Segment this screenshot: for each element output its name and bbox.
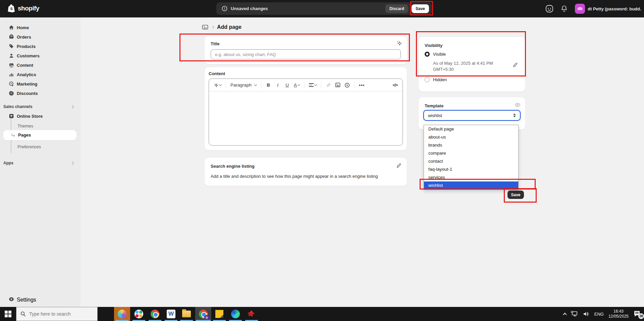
- text-color-button[interactable]: A: [292, 81, 301, 90]
- sidebar-item-products[interactable]: Products: [0, 42, 80, 51]
- insert-link-button[interactable]: [324, 81, 332, 90]
- insert-image-button[interactable]: [334, 81, 342, 90]
- bold-button[interactable]: B: [264, 81, 272, 90]
- sidebar-item-customers[interactable]: Customers: [0, 51, 80, 60]
- unsaved-changes-banner: Unsaved changes Discard Save: [216, 2, 432, 15]
- sidebar-item-marketing[interactable]: Marketing: [0, 79, 80, 89]
- tray-expand-icon[interactable]: [563, 313, 567, 316]
- taskbar-chrome-profile-d-icon[interactable]: D: [195, 307, 211, 321]
- orders-icon: [9, 34, 14, 40]
- radio-unselected-icon[interactable]: [425, 77, 430, 82]
- ai-sparkle-menu-button[interactable]: [212, 81, 223, 90]
- taskbar-edge-icon[interactable]: [227, 307, 244, 321]
- template-dropdown-list: Default page about-us brands compare con…: [424, 125, 519, 190]
- chevron-right-icon: [71, 161, 74, 165]
- ai-sparkle-icon[interactable]: [396, 40, 402, 46]
- alignment-button[interactable]: [308, 81, 318, 90]
- visible-radio-row[interactable]: Visible: [425, 52, 446, 57]
- toolbar-divider: [226, 82, 226, 89]
- dropdown-option-about-us[interactable]: about-us: [424, 133, 518, 141]
- template-title: Template: [425, 103, 443, 108]
- sidebar-item-themes[interactable]: Themes: [0, 121, 80, 130]
- sidebar-item-online-store[interactable]: Online Store: [0, 111, 80, 121]
- discounts-icon: [9, 91, 14, 96]
- sidebar-section-apps[interactable]: Apps: [0, 159, 80, 167]
- taskbar-slack-icon[interactable]: [131, 307, 147, 321]
- toolbar-divider: [354, 82, 355, 89]
- notification-center-icon[interactable]: 38: [633, 310, 642, 318]
- toolbar-divider: [261, 82, 261, 89]
- insert-video-button[interactable]: [343, 81, 351, 90]
- edit-pencil-icon[interactable]: [396, 163, 401, 168]
- taskbar-red-app-icon[interactable]: [244, 307, 260, 321]
- notification-count-badge: 38: [638, 313, 644, 319]
- topbar: S shopify Unsaved changes Discard Save: [0, 0, 644, 17]
- shopify-logo[interactable]: S shopify: [7, 4, 39, 13]
- sidebar-item-preferences[interactable]: Preferences: [0, 142, 80, 151]
- template-selected-value: wishlist: [428, 113, 442, 118]
- home-icon: [9, 25, 14, 30]
- taskbar-copilot-icon[interactable]: [114, 307, 130, 321]
- chevron-down-icon: [219, 83, 222, 86]
- sidebar-item-settings[interactable]: Settings: [0, 295, 80, 305]
- editor-body[interactable]: [209, 92, 402, 145]
- sidebar-item-home[interactable]: Home: [0, 23, 80, 32]
- discard-button[interactable]: Discard: [385, 4, 408, 13]
- dropdown-option-contact[interactable]: contact: [424, 157, 518, 165]
- taskbar-search[interactable]: [16, 307, 98, 321]
- user-menu[interactable]: db dt Petty (password: budd...: [575, 4, 641, 14]
- clock[interactable]: 16:43 12/05/2025: [608, 309, 629, 319]
- title-input[interactable]: [211, 49, 401, 59]
- code-view-button[interactable]: </>: [391, 81, 399, 90]
- windows-start-button[interactable]: [5, 311, 11, 317]
- save-button-panel[interactable]: Save: [507, 191, 524, 199]
- sidebar-section-sales-channels[interactable]: Sales channels: [0, 103, 80, 111]
- toolbar-divider: [304, 82, 305, 89]
- radio-selected-icon[interactable]: [425, 52, 430, 57]
- marketing-icon: [9, 81, 14, 87]
- sidebar-item-discounts[interactable]: Discounts: [0, 89, 80, 98]
- unsaved-changes-text: Unsaved changes: [231, 6, 268, 11]
- dropdown-option-compare[interactable]: compare: [424, 149, 518, 157]
- hidden-radio-row[interactable]: Hidden: [425, 77, 447, 82]
- preview-eye-icon[interactable]: [515, 103, 521, 107]
- save-button-top[interactable]: Save: [412, 4, 429, 13]
- seo-title: Search engine listing: [211, 164, 255, 169]
- taskbar-chrome-icon[interactable]: [147, 307, 163, 321]
- taskbar-search-input[interactable]: [29, 311, 90, 317]
- sidebar-item-orders[interactable]: Orders: [0, 32, 80, 42]
- content-icon: [9, 62, 14, 68]
- italic-button[interactable]: I: [274, 81, 282, 90]
- sidekick-icon[interactable]: [545, 5, 553, 13]
- alert-icon: [222, 6, 227, 11]
- network-icon[interactable]: [571, 311, 578, 317]
- volume-icon[interactable]: [583, 311, 590, 317]
- taskbar-sticky-notes-icon[interactable]: [211, 307, 227, 321]
- system-tray: ENG 16:43 12/05/2025 38: [564, 307, 644, 321]
- template-select[interactable]: wishlist: [423, 110, 521, 121]
- underline-button[interactable]: U: [283, 81, 291, 90]
- sidebar-item-pages-selected[interactable]: Pages: [3, 130, 76, 140]
- edit-pencil-icon[interactable]: [513, 62, 518, 68]
- more-options-button[interactable]: •••: [358, 81, 366, 90]
- paragraph-style-dropdown[interactable]: Paragraph: [229, 81, 258, 90]
- pages-breadcrumb-icon[interactable]: [202, 24, 208, 30]
- sidebar-item-analytics[interactable]: Analytics: [0, 70, 80, 79]
- dropdown-option-faq-layout-1[interactable]: faq-layout-1: [424, 165, 518, 173]
- language-indicator[interactable]: ENG: [594, 312, 604, 317]
- dropdown-option-services[interactable]: services: [424, 173, 518, 181]
- notifications-bell-icon[interactable]: [561, 5, 568, 12]
- content-label: Content: [209, 71, 225, 76]
- dropdown-option-default-page[interactable]: Default page: [424, 125, 518, 133]
- toolbar-divider: [321, 82, 321, 89]
- dropdown-option-brands[interactable]: brands: [424, 141, 518, 149]
- taskbar-file-explorer-icon[interactable]: [178, 307, 195, 321]
- taskbar-word-icon[interactable]: W: [163, 307, 179, 321]
- sidebar-item-content[interactable]: Content: [0, 60, 80, 70]
- align-left-icon: [309, 83, 314, 88]
- dropdown-option-wishlist-highlighted[interactable]: wishlist: [424, 181, 518, 190]
- title-card: Title: [205, 36, 407, 64]
- visibility-schedule-note: As of May 12, 2025 at 4:41 PM GMT+5:30: [433, 60, 493, 72]
- user-name: dt Petty (password: budd...: [588, 6, 641, 11]
- pages-label: Pages: [18, 132, 31, 138]
